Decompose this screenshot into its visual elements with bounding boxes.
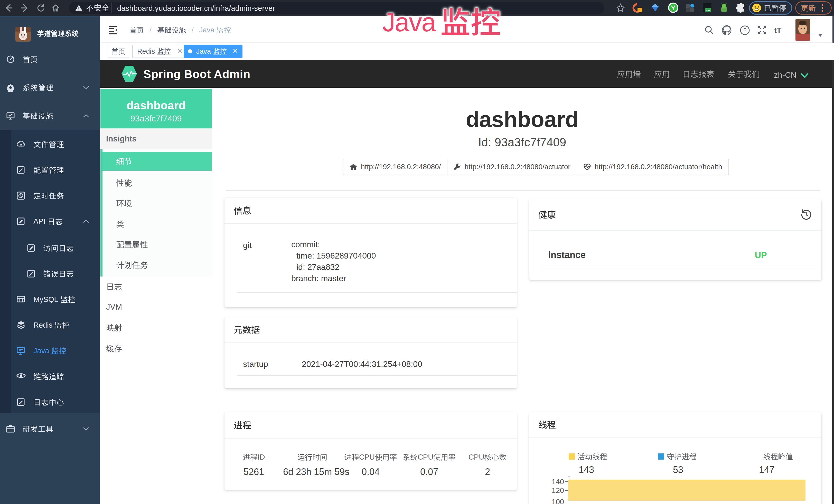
svg-text:1: 1 bbox=[639, 8, 641, 12]
svg-text:?: ? bbox=[743, 27, 746, 33]
svg-text:tT: tT bbox=[774, 26, 781, 35]
svg-text:on: on bbox=[706, 9, 710, 12]
